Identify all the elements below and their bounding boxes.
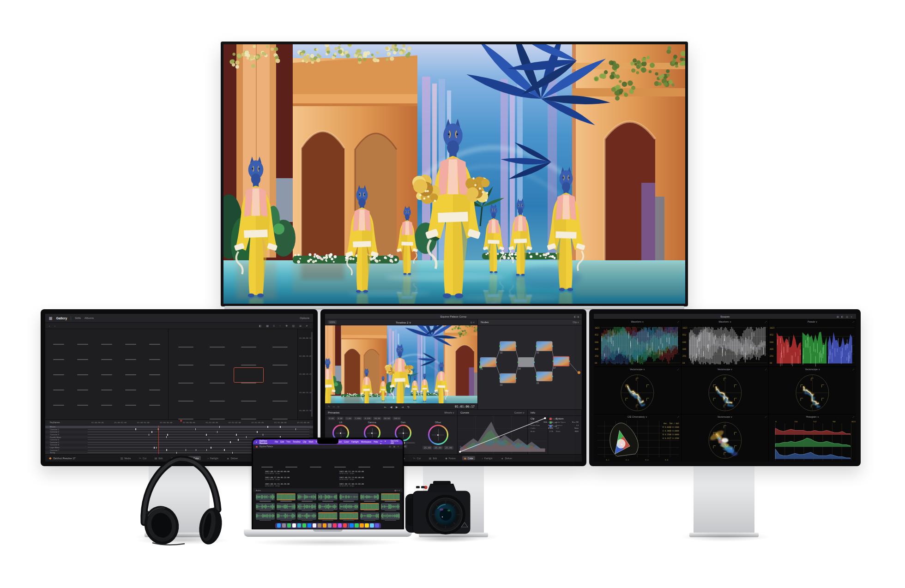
dock-app-icon[interactable] [323,523,327,528]
still-thumbnail[interactable] [96,347,118,360]
scope-expand-icon[interactable]: ⤢ [677,368,679,371]
still-thumbnail[interactable] [48,331,70,345]
menu-timeline[interactable]: Timeline [293,441,301,443]
media-list-row[interactable]: 2021-08-13 09:03:00:0000:00:08:00 · 24 f… [256,470,326,475]
timecode-strip-scrollbar[interactable]: 01:00:08:1201:00:15:0401:00:19:2201:00:2… [297,329,313,420]
wheel-indicator[interactable] [340,432,341,434]
color-node[interactable]: 07 [553,356,570,369]
dock-app-icon[interactable] [308,523,312,528]
window-toolbar-icons[interactable]: ▥ ▦ ≡ [389,445,400,448]
curves-mode-dropdown[interactable]: Custom ∨ [514,411,525,414]
audio-clip[interactable] [381,503,400,511]
still-thumbnail[interactable] [234,350,263,366]
scope-expand-icon[interactable]: ⤢ [677,321,679,323]
wheel-indicator[interactable] [371,432,373,434]
audio-clip[interactable] [256,493,275,502]
scope-header[interactable]: Waveform ∨⤢ [682,319,769,324]
menu-color[interactable]: Color [344,441,349,443]
scope-type-dropdown[interactable]: Vectorscope ∨ [630,368,645,371]
scope-layout-icons[interactable]: ▦ ◧ ▤ ∨ [837,315,853,318]
media-list-row[interactable]: 2021-08-31 08:12:04:0000:00:09:20 · 24 f… [330,482,400,487]
audio-clip[interactable] [277,512,296,521]
audio-clip[interactable] [277,493,296,502]
page-fusion[interactable]: ◆Fusion [443,456,458,460]
keyframe-marker[interactable] [238,439,239,441]
viewer-zoom-chip[interactable]: 100% [328,320,337,324]
audio-clip[interactable] [297,503,316,511]
keyframe-marker[interactable] [151,431,152,433]
scope-wave-rgb[interactable]: Waveform ∨⤢102383264044825664 [594,319,681,366]
scope-parade[interactable]: Parade ∨⤢102383264044825664 [769,319,856,366]
dock-app-icon[interactable] [302,523,307,528]
menu-workspace[interactable]: Workspace [361,441,371,443]
dock-app-icon[interactable] [350,523,354,528]
keyframe-marker[interactable] [156,447,157,449]
still-thumbnail[interactable] [72,408,94,421]
audio-clip[interactable] [339,503,358,511]
media-list-row[interactable]: 2021-08-24 11:02:08:0000:00:10:00 · 24 f… [330,476,400,481]
still-thumbnail[interactable] [72,331,94,345]
keyframe-ruler[interactable]: 01:00:50:0001:00:52:0001:00:54:0001:00:5… [88,421,313,424]
scope-vector[interactable]: Vectorscope ∨⤢ [682,367,769,414]
still-thumbnail[interactable] [171,350,200,366]
track-lane[interactable] [88,429,309,430]
scope-expand-icon[interactable]: ⤢ [677,416,679,418]
keyframe-marker[interactable] [267,426,268,428]
audio-clip[interactable] [360,512,379,521]
color-node[interactable]: 06 [536,372,553,384]
media-list-row[interactable]: 2021-08-13 10:14:02:0000:00:12:16 · 24 f… [330,470,400,475]
audio-clip[interactable] [360,503,379,511]
still-thumbnail[interactable] [120,331,142,345]
video-thumbnail[interactable] [377,450,400,468]
still-thumbnail[interactable] [144,331,166,345]
still-thumbnail[interactable] [171,404,200,420]
offset-value[interactable]: 25.00 [433,446,443,450]
keyframe-marker[interactable] [230,441,231,443]
still-thumbnail[interactable] [234,368,263,384]
window-icons[interactable]: ◧ ◨ [574,315,579,318]
dock-app-icon[interactable] [297,523,302,528]
scope-vector[interactable]: Vectorscope ∨⤢ [769,367,856,414]
scope-type-dropdown[interactable]: Waveform ∨ [718,320,731,323]
still-thumbnail[interactable] [234,332,263,348]
page-fairlight[interactable]: ♪Fairlight [480,456,495,460]
still-thumbnail[interactable] [265,332,295,348]
keyframe-marker[interactable] [209,439,210,441]
page-deliver[interactable]: ▲Deliver [499,456,514,460]
keyframe-marker[interactable] [232,452,233,454]
scope-header[interactable]: Vectorscope ∨⤢ [594,367,681,372]
track-lane[interactable] [88,426,309,427]
color-node[interactable]: 04 [518,358,535,371]
scope-expand-icon[interactable]: ⤢ [852,368,854,371]
menu-status-icons[interactable]: ▭ ● ▴ [380,440,388,444]
still-thumbnail[interactable] [48,347,70,360]
primaries-value-chip[interactable]: 50.00 [383,417,391,420]
still-thumbnail[interactable] [203,350,232,366]
color-viewer[interactable] [325,325,477,403]
scope-header[interactable]: CIE Chromaticity ∨⤢ [594,414,681,419]
still-thumbnail[interactable] [203,368,232,384]
viewer-tools[interactable]: ✎ ▭ ◇ [328,405,340,408]
scope-hist[interactable]: Histogram ∨⤢02565127681023 [769,414,856,462]
dock-app-icon[interactable] [318,523,322,528]
video-thumbnail[interactable] [280,450,303,468]
playhead[interactable] [158,426,159,454]
keyframe-marker[interactable] [149,434,150,436]
scope-type-dropdown[interactable]: Vectorscope ∨ [718,368,733,371]
still-thumbnail[interactable] [265,368,295,384]
audio-clip[interactable] [339,512,358,521]
scope-expand-icon[interactable]: ⤢ [765,368,767,371]
scope-expand-icon[interactable]: ⤢ [765,416,767,418]
dock-app-icon[interactable] [328,523,332,528]
nav-arrows[interactable]: ‹ › [49,324,57,327]
still-thumbnail[interactable] [144,347,166,360]
scope-vector-big[interactable]: Vectorscope ∨⤢ [682,414,769,462]
nodes-mode-dropdown[interactable]: Clip ∨ [573,321,579,324]
audio-clip[interactable] [256,512,275,521]
still-thumbnail[interactable] [144,408,166,421]
primaries-value-chip[interactable]: 1.000 [354,417,362,420]
primaries-value-chip[interactable]: 100.0 [392,417,401,420]
color-node[interactable]: 05 [536,342,553,354]
audio-panel-icons[interactable]: ▤ ≡ ∨ [394,489,400,492]
video-thumbnail[interactable] [256,450,278,468]
